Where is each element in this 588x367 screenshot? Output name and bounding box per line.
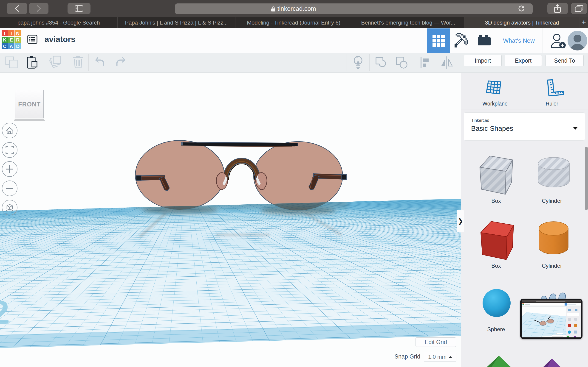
svg-text:2: 2 xyxy=(0,294,10,332)
